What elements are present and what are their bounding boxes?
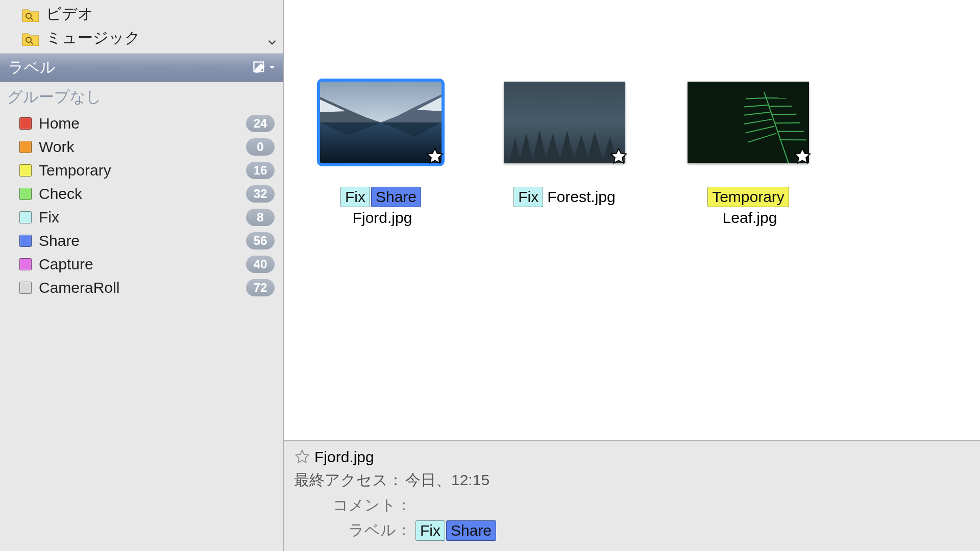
thumbnail-tags: Fix Share	[340, 187, 421, 207]
favorite-star-icon[interactable]	[294, 449, 310, 465]
thumbnail-filename: Leaf.jpg	[723, 209, 777, 227]
label-name: Capture	[39, 256, 93, 273]
color-swatch	[19, 188, 32, 200]
folder-row-music[interactable]: ミュージック	[0, 26, 283, 50]
thumbnail-tags: Fix Forest.jpg	[513, 187, 615, 207]
count-badge: 72	[246, 279, 275, 296]
folder-label: ビデオ	[46, 4, 93, 24]
label-name: Temporary	[39, 162, 111, 179]
scroll-down-button[interactable]	[264, 35, 280, 50]
labels-edit-button[interactable]	[252, 60, 276, 74]
chevron-down-icon	[268, 64, 276, 71]
tag-chip-fix[interactable]: Fix	[513, 187, 543, 207]
details-access-value: 今日、12:15	[405, 470, 489, 491]
count-badge: 40	[246, 256, 275, 273]
favorite-star-icon[interactable]	[609, 147, 628, 166]
thumbnail-leaf[interactable]: Temporary Leaf.jpg	[672, 82, 825, 227]
count-badge: 0	[246, 138, 275, 156]
details-label-label: ラベル：	[294, 520, 411, 541]
thumbnail-image-frame[interactable]	[688, 82, 809, 163]
label-item-check[interactable]: Check 32	[6, 182, 277, 206]
labels-panel-header: ラベル	[0, 53, 283, 82]
thumbnail-image	[688, 82, 809, 163]
color-swatch	[19, 164, 32, 177]
count-badge: 56	[246, 232, 275, 249]
color-swatch	[19, 141, 32, 153]
labels-panel-title: ラベル	[8, 57, 56, 78]
tag-chip-share[interactable]: Share	[446, 520, 496, 541]
edit-icon	[252, 60, 266, 74]
color-swatch	[19, 282, 32, 294]
count-badge: 32	[246, 185, 275, 203]
label-item-capture[interactable]: Capture 40	[6, 253, 277, 276]
color-swatch	[19, 235, 32, 247]
label-name: Check	[39, 185, 82, 203]
count-badge: 16	[246, 162, 275, 179]
thumbnail-tags: Temporary	[707, 187, 789, 207]
details-panel: Fjord.jpg 最終アクセス： 今日、12:15 コメント： ラベル： Fi…	[284, 440, 980, 551]
folder-search-icon	[21, 7, 40, 22]
label-item-share[interactable]: Share 56	[6, 229, 277, 253]
color-swatch	[19, 211, 32, 223]
color-swatch	[19, 258, 32, 270]
folder-row-video[interactable]: ビデオ	[0, 2, 283, 26]
thumbnail-fjord[interactable]: Fix Share Fjord.jpg	[304, 82, 457, 227]
folder-label: ミュージック	[46, 28, 140, 48]
sidebar: ビデオ ミュージック ラベル	[0, 0, 284, 551]
label-item-cameraroll[interactable]: CameraRoll 72	[6, 276, 277, 299]
thumbnail-grid: Fix Share Fjord.jpg	[284, 0, 980, 440]
thumbnail-forest[interactable]: Fix Forest.jpg	[488, 82, 641, 207]
tag-chip-fix[interactable]: Fix	[415, 520, 445, 541]
thumbnail-image-frame[interactable]	[320, 82, 442, 163]
thumbnail-image	[504, 82, 625, 163]
svg-rect-22	[504, 82, 625, 163]
folder-tree: ビデオ ミュージック	[0, 0, 283, 53]
color-swatch	[19, 117, 32, 130]
main-pane: Fix Share Fjord.jpg	[284, 0, 980, 551]
details-access-label: 最終アクセス：	[294, 470, 403, 491]
label-name: Share	[39, 232, 80, 249]
tag-chip-temporary[interactable]: Temporary	[707, 187, 789, 207]
details-filename: Fjord.jpg	[314, 448, 374, 466]
label-name: Work	[39, 138, 74, 156]
label-name: CameraRoll	[39, 279, 119, 296]
details-label-tags: Fix Share	[415, 520, 496, 541]
folder-search-icon	[21, 31, 40, 46]
tag-chip-fix[interactable]: Fix	[340, 187, 370, 207]
label-name: Home	[39, 115, 80, 132]
thumbnail-filename: Forest.jpg	[547, 188, 615, 206]
favorite-star-icon[interactable]	[425, 147, 445, 166]
label-group-header: グループなし	[0, 82, 283, 111]
favorite-star-icon[interactable]	[793, 147, 812, 166]
label-item-home[interactable]: Home 24	[6, 112, 277, 135]
label-list: Home 24 Work 0 Temporary 16 Check 32	[0, 111, 283, 299]
count-badge: 24	[246, 115, 275, 132]
thumbnail-image	[320, 82, 442, 163]
thumbnail-image-frame[interactable]	[504, 82, 625, 163]
details-comment-label: コメント：	[294, 495, 411, 516]
label-name: Fix	[39, 209, 59, 226]
count-badge: 8	[246, 209, 275, 226]
label-item-work[interactable]: Work 0	[6, 135, 277, 159]
details-filename-row: Fjord.jpg	[294, 448, 970, 466]
tag-chip-share[interactable]: Share	[371, 187, 421, 207]
label-item-temporary[interactable]: Temporary 16	[6, 159, 277, 182]
label-item-fix[interactable]: Fix 8	[6, 206, 277, 229]
thumbnail-filename: Fjord.jpg	[353, 209, 412, 227]
